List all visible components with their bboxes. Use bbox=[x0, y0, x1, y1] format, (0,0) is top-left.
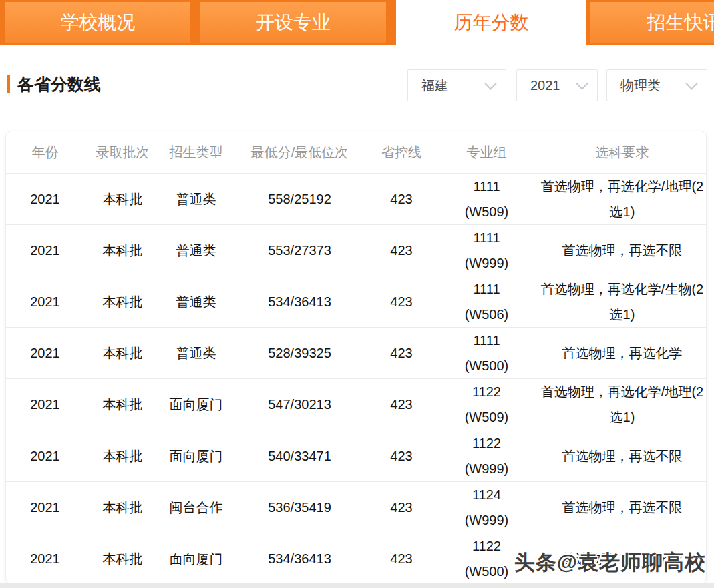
cell-major-group: 1111 (W506) bbox=[435, 276, 538, 327]
header-min-score-rank: 最低分/最低位次 bbox=[231, 143, 368, 162]
cell-control-line: 423 bbox=[368, 346, 435, 361]
major-group-code: (W999) bbox=[435, 250, 538, 276]
cell-min-score-rank: 534/36413 bbox=[231, 294, 368, 310]
header-subject-requirement: 选科要求 bbox=[538, 139, 707, 165]
cell-year: 2021 bbox=[6, 294, 84, 310]
major-group-code: (W999) bbox=[435, 456, 538, 481]
header-admission-type: 招生类型 bbox=[161, 143, 231, 162]
page: 学校概况 开设专业 历年分数 招生快讯 各省分数线 福建 2021 物理类 年份… bbox=[0, 0, 714, 588]
header-control-line: 省控线 bbox=[368, 143, 435, 162]
cell-subject-requirement: 首选物理，再选不限 bbox=[538, 443, 707, 469]
scores-table: 年份 录取批次 招生类型 最低分/最低位次 省控线 专业组 选科要求 2021 … bbox=[5, 131, 707, 585]
major-group-number: 1111 bbox=[435, 328, 538, 353]
cell-admission-type: 普通类 bbox=[161, 190, 231, 208]
cell-batch: 本科批 bbox=[84, 550, 161, 568]
cell-subject-requirement: 首选物理，再选化学/生物(2选1) bbox=[538, 276, 707, 327]
table-header-row: 年份 录取批次 招生类型 最低分/最低位次 省控线 专业组 选科要求 bbox=[6, 131, 706, 173]
table-row: 2021 本科批 普通类 534/36413 423 1111 (W506) 首… bbox=[6, 276, 706, 327]
cell-min-score-rank: 547/30213 bbox=[231, 397, 368, 412]
tab-admission-news[interactable]: 招生快讯 bbox=[590, 2, 714, 43]
year-select-value: 2021 bbox=[530, 78, 560, 93]
header-major-group: 专业组 bbox=[435, 143, 538, 162]
page-title: 各省分数线 bbox=[17, 72, 101, 96]
tab-majors-offered[interactable]: 开设专业 bbox=[200, 2, 386, 43]
cell-subject-requirement: 首选物理，再选不限 bbox=[538, 238, 707, 263]
tab-score-history[interactable]: 历年分数 bbox=[396, 0, 586, 45]
tab-label: 招生快讯 bbox=[647, 10, 714, 35]
cell-subject-requirement: 首选物理，再选不限 bbox=[538, 495, 707, 520]
cell-admission-type: 面向厦门 bbox=[161, 447, 231, 465]
cell-year: 2021 bbox=[6, 500, 84, 515]
tab-label: 历年分数 bbox=[454, 10, 529, 35]
cell-subject-requirement: 首选物理，再选化学/地理(2选1) bbox=[538, 174, 707, 224]
chevron-down-icon bbox=[484, 77, 496, 89]
cell-subject-requirement: 首选物理，再选化学/地理(2选1) bbox=[538, 379, 707, 430]
major-group-number: 1111 bbox=[435, 174, 538, 199]
cell-year: 2021 bbox=[6, 243, 84, 258]
cell-min-score-rank: 536/35419 bbox=[231, 500, 368, 515]
category-select[interactable]: 物理类 bbox=[606, 69, 707, 101]
cell-batch: 本科批 bbox=[84, 242, 161, 260]
cell-major-group: 1124 (W999) bbox=[435, 482, 538, 533]
title-accent-bar bbox=[7, 75, 10, 93]
cell-control-line: 423 bbox=[368, 294, 435, 310]
province-select[interactable]: 福建 bbox=[407, 69, 506, 101]
page-bottom-strip bbox=[0, 583, 714, 588]
cell-control-line: 423 bbox=[368, 449, 435, 464]
chevron-down-icon bbox=[685, 77, 697, 89]
tab-label: 开设专业 bbox=[256, 10, 331, 35]
table-row: 2021 本科批 面向厦门 540/33471 423 1122 (W999) … bbox=[6, 430, 706, 481]
major-group-number: 1122 bbox=[435, 430, 538, 456]
cell-admission-type: 普通类 bbox=[161, 242, 231, 260]
major-group-code: (W509) bbox=[435, 404, 538, 430]
cell-min-score-rank: 528/39325 bbox=[231, 346, 368, 361]
tab-school-overview[interactable]: 学校概况 bbox=[5, 2, 190, 43]
tab-label: 学校概况 bbox=[61, 10, 136, 35]
cell-year: 2021 bbox=[6, 397, 84, 412]
cell-min-score-rank: 558/25192 bbox=[231, 192, 368, 207]
tab-bar: 学校概况 开设专业 历年分数 招生快讯 bbox=[0, 0, 714, 45]
cell-year: 2021 bbox=[6, 192, 84, 207]
cell-batch: 本科批 bbox=[84, 499, 161, 517]
major-group-code: (W509) bbox=[435, 199, 538, 224]
header-batch: 录取批次 bbox=[84, 143, 161, 162]
table-row: 2021 本科批 面向厦门 547/30213 423 1122 (W509) … bbox=[6, 378, 706, 430]
table-row: 2021 本科批 普通类 558/25192 423 1111 (W509) 首… bbox=[6, 173, 706, 224]
cell-admission-type: 闽台合作 bbox=[161, 499, 231, 517]
cell-admission-type: 面向厦门 bbox=[161, 396, 231, 414]
cell-admission-type: 普通类 bbox=[161, 293, 231, 311]
cell-batch: 本科批 bbox=[84, 190, 161, 208]
province-select-value: 福建 bbox=[421, 77, 448, 95]
cell-major-group: 1111 (W500) bbox=[435, 328, 538, 378]
cell-min-score-rank: 553/27373 bbox=[231, 243, 368, 258]
cell-year: 2021 bbox=[6, 449, 84, 464]
cell-min-score-rank: 534/36413 bbox=[231, 551, 368, 567]
cell-admission-type: 面向厦门 bbox=[161, 550, 231, 568]
cell-admission-type: 普通类 bbox=[161, 344, 231, 362]
category-select-value: 物理类 bbox=[620, 77, 661, 95]
major-group-number: 1111 bbox=[435, 225, 538, 250]
header-year: 年份 bbox=[6, 143, 84, 162]
chevron-down-icon bbox=[576, 77, 588, 89]
cell-control-line: 423 bbox=[368, 243, 435, 258]
major-group-number: 1124 bbox=[435, 482, 538, 507]
cell-control-line: 423 bbox=[368, 192, 435, 207]
cell-year: 2021 bbox=[6, 551, 84, 567]
cell-year: 2021 bbox=[6, 346, 84, 361]
cell-batch: 本科批 bbox=[84, 396, 161, 414]
cell-major-group: 1122 (W509) bbox=[435, 379, 538, 430]
cell-batch: 本科批 bbox=[84, 293, 161, 311]
cell-major-group: 1111 (W509) bbox=[435, 174, 538, 224]
table-row: 2021 本科批 普通类 528/39325 423 1111 (W500) 首… bbox=[6, 327, 706, 378]
year-select[interactable]: 2021 bbox=[516, 69, 598, 101]
cell-min-score-rank: 540/33471 bbox=[231, 449, 368, 464]
major-group-code: (W999) bbox=[435, 507, 538, 533]
cell-batch: 本科批 bbox=[84, 447, 161, 465]
cell-major-group: 1111 (W999) bbox=[435, 225, 538, 276]
major-group-number: 1111 bbox=[435, 276, 538, 302]
major-group-code: (W500) bbox=[435, 353, 538, 378]
cell-control-line: 423 bbox=[368, 397, 435, 412]
table-row: 2021 本科批 闽台合作 536/35419 423 1124 (W999) … bbox=[6, 481, 706, 533]
cell-control-line: 423 bbox=[368, 551, 435, 567]
cell-major-group: 1122 (W999) bbox=[435, 430, 538, 481]
